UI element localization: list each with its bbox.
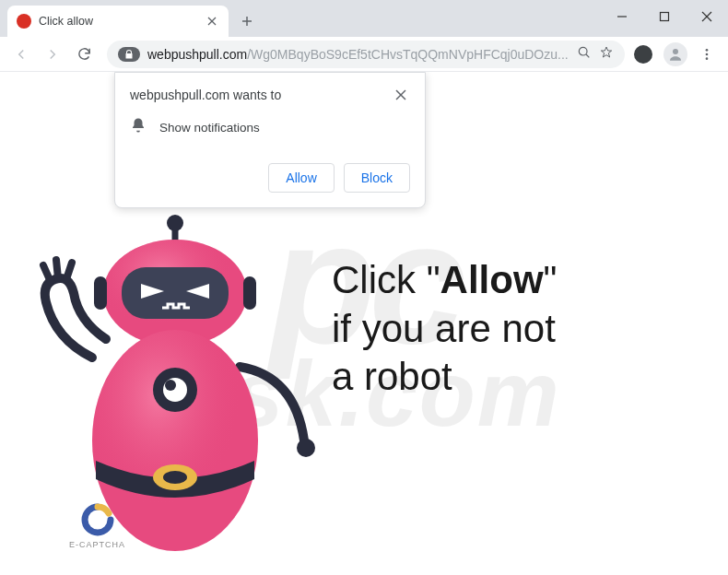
svg-point-28 [165, 380, 176, 391]
caption-line2: if you are not [332, 307, 556, 350]
caption-pre: Click " [332, 258, 440, 301]
win-minimize-button[interactable] [601, 0, 643, 33]
svg-rect-1 [661, 13, 669, 21]
bell-icon [130, 117, 147, 137]
win-maximize-button[interactable] [643, 0, 686, 33]
user-icon [667, 46, 684, 63]
svg-point-13 [706, 57, 709, 60]
notification-permission-dialog: webpushpull.com wants to Show notificati… [114, 72, 426, 208]
permission-title: webpushpull.com wants to [130, 88, 281, 102]
svg-rect-23 [122, 267, 229, 319]
connection-secure-badge[interactable] [118, 47, 140, 62]
block-button[interactable]: Block [344, 163, 410, 193]
bookmark-star-icon[interactable] [599, 45, 614, 64]
omnibox[interactable]: webpushpull.com/Wg0MBqyBoS9cEf5tCHvsTqQQ… [107, 41, 625, 68]
media-control-indicator[interactable] [634, 45, 652, 64]
caption-line3: a robot [332, 355, 452, 398]
svg-point-8 [579, 47, 587, 55]
svg-point-16 [297, 439, 315, 457]
nav-forward-button[interactable] [39, 41, 66, 68]
tab-close-button[interactable] [205, 14, 219, 29]
tab-favicon [17, 14, 31, 29]
nav-back-button[interactable] [7, 41, 35, 68]
svg-point-30 [163, 471, 187, 484]
browser-toolbar: webpushpull.com/Wg0MBqyBoS9cEf5tCHvsTqQQ… [0, 37, 728, 72]
browser-menu-button[interactable] [693, 41, 721, 68]
tab-title: Click allow [39, 15, 197, 28]
lock-icon [123, 49, 135, 60]
ecaptcha-badge: E-CAPTCHA [69, 503, 125, 549]
permission-close-button[interactable] [395, 88, 410, 102]
svg-rect-21 [94, 276, 107, 310]
win-close-button[interactable] [686, 0, 728, 33]
url-text: webpushpull.com/Wg0MBqyBoS9cEf5tCHvsTqQQ… [147, 47, 569, 62]
permission-body-text: Show notifications [159, 121, 260, 135]
svg-point-10 [673, 49, 678, 54]
caption-emph: Allow [440, 258, 544, 301]
nav-reload-button[interactable] [70, 41, 98, 68]
svg-line-9 [586, 54, 589, 57]
svg-point-18 [167, 215, 183, 231]
ecaptcha-label: E-CAPTCHA [69, 540, 125, 549]
url-path: /Wg0MBqyBoS9cEf5tCHvsTqQQmNVpHFCqj0uDOzu… [247, 47, 569, 62]
caption-post1: " [544, 258, 558, 301]
svg-point-12 [706, 53, 709, 55]
browser-tab[interactable]: Click allow [7, 6, 229, 37]
svg-point-11 [706, 49, 709, 52]
new-tab-button[interactable] [234, 8, 260, 34]
svg-rect-22 [243, 276, 256, 310]
page-content: pc risk.com webpushpull.com wants to Sho… [0, 72, 728, 575]
ecaptcha-logo-icon [81, 503, 114, 536]
main-caption: Click "Allow" if you are not a robot [332, 256, 558, 402]
zoom-icon[interactable] [577, 45, 592, 64]
allow-button[interactable]: Allow [268, 163, 334, 193]
url-domain: webpushpull.com [147, 47, 247, 62]
profile-avatar[interactable] [662, 41, 689, 68]
